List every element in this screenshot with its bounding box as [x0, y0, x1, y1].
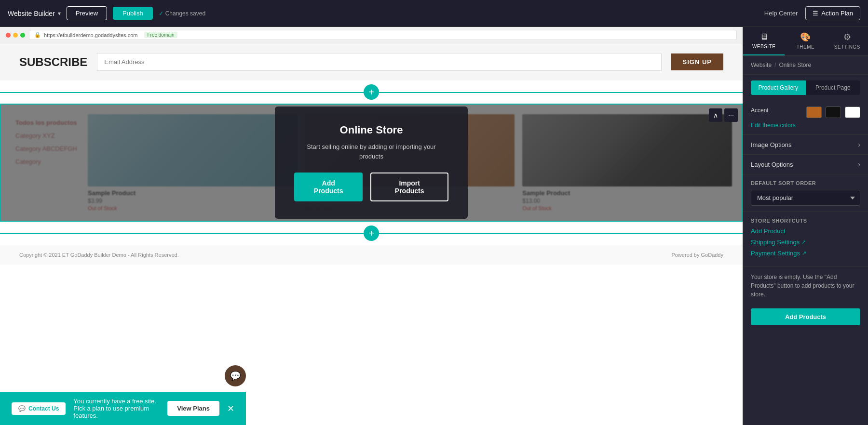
- subscribe-title: SUBSCRIBE: [19, 55, 87, 69]
- browser-chrome: 🔒 https://etbuilderdemo.godaddysites.com…: [0, 27, 743, 43]
- accent-label: Accent: [751, 107, 769, 114]
- dot-yellow: [13, 33, 18, 38]
- add-section-plus-button[interactable]: +: [364, 84, 379, 100]
- add-section-above: +: [0, 80, 743, 104]
- app-title-text: Website Builder: [8, 10, 55, 17]
- subscribe-section: SUBSCRIBE SIGN UP: [0, 43, 743, 80]
- action-plan-button[interactable]: ☰ Action Plan: [805, 6, 860, 20]
- breadcrumb-separator: /: [774, 62, 776, 68]
- payment-external-icon: ↗: [802, 250, 806, 256]
- dot-red: [6, 33, 11, 38]
- contact-us-text: Contact Us: [28, 405, 59, 412]
- shipping-settings-text: Shipping Settings: [751, 239, 800, 246]
- color-swatch-black[interactable]: [826, 106, 841, 118]
- website-icon: 🖥: [760, 32, 769, 42]
- url-text: https://etbuilderdemo.godaddysites.com: [44, 32, 137, 38]
- sort-order-label: DEFAULT SORT ORDER: [751, 180, 860, 186]
- layout-options-chevron: ›: [858, 160, 860, 168]
- add-products-button[interactable]: Add Products: [294, 173, 363, 201]
- add-product-link[interactable]: Add Product: [751, 227, 860, 235]
- dot-green: [20, 33, 25, 38]
- view-plans-button[interactable]: View Plans: [167, 401, 219, 416]
- browser-dots: [6, 33, 25, 38]
- layout-options-row[interactable]: Layout Options ›: [743, 155, 868, 174]
- add-products-panel-button[interactable]: Add Products: [751, 308, 860, 325]
- right-panel-header: 🖥 WEBSITE 🎨 THEME ⚙ SETTINGS: [743, 27, 868, 56]
- main-layout: 🔒 https://etbuilderdemo.godaddysites.com…: [0, 27, 868, 425]
- modal-overlay: Online Store Start selling online by add…: [1, 105, 742, 221]
- breadcrumb-online-store: Online Store: [779, 62, 811, 68]
- breadcrumb: Website / Online Store: [743, 56, 868, 75]
- toggle-product-gallery[interactable]: Product Gallery: [751, 80, 806, 95]
- lock-icon: 🔒: [34, 32, 41, 38]
- help-center-link[interactable]: Help Center: [764, 10, 798, 17]
- contact-us-button[interactable]: 💬 Contact Us: [12, 402, 66, 415]
- page-content: SUBSCRIBE SIGN UP + ∧ ··· Todos los prod: [0, 43, 743, 425]
- shipping-settings-link[interactable]: Shipping Settings ↗: [751, 239, 860, 246]
- tab-settings[interactable]: ⚙ SETTINGS: [827, 27, 868, 55]
- bottom-banner: 💬 Contact Us You currently have a free s…: [0, 392, 246, 425]
- breadcrumb-website[interactable]: Website: [751, 62, 772, 68]
- accent-colors: [806, 106, 860, 118]
- sort-order-select[interactable]: Most popular Newest Price: Low to High P…: [751, 190, 860, 206]
- modal-title: Online Store: [294, 124, 448, 136]
- signup-button[interactable]: SIGN UP: [671, 53, 723, 70]
- edit-theme-link[interactable]: Edit theme colors: [751, 122, 860, 129]
- free-domain-badge: Free domain: [144, 32, 177, 38]
- top-bar: Website Builder ▾ Preview Publish ✓ Chan…: [0, 0, 868, 27]
- email-input[interactable]: [97, 53, 661, 71]
- layout-options-label: Layout Options: [751, 161, 793, 168]
- import-products-button[interactable]: Import Products: [370, 173, 448, 201]
- tab-website[interactable]: 🖥 WEBSITE: [743, 27, 785, 55]
- image-options-row[interactable]: Image Options ›: [743, 135, 868, 155]
- tab-theme-label: THEME: [797, 44, 815, 50]
- shortcuts-label: STORE SHORTCUTS: [751, 218, 860, 224]
- banner-close-button[interactable]: ✕: [227, 403, 234, 414]
- changes-saved: ✓ Changes saved: [159, 10, 205, 17]
- theme-icon: 🎨: [800, 32, 811, 42]
- canvas-area: 🔒 https://etbuilderdemo.godaddysites.com…: [0, 27, 743, 425]
- tab-settings-label: SETTINGS: [834, 44, 860, 50]
- color-swatch-white[interactable]: [845, 106, 860, 118]
- footer-section: Copyright © 2021 ET GoDaddy Builder Demo…: [0, 245, 743, 265]
- add-section-plus-button-bottom[interactable]: +: [364, 226, 379, 241]
- address-bar[interactable]: 🔒 https://etbuilderdemo.godaddysites.com…: [29, 30, 737, 40]
- shipping-external-icon: ↗: [801, 239, 806, 245]
- modal-box: Online Store Start selling online by add…: [275, 106, 468, 219]
- chat-bubble[interactable]: 💬: [225, 365, 246, 386]
- product-gallery-section: ∧ ··· Todos los productos Category XYZ C…: [0, 104, 743, 222]
- image-options-label: Image Options: [751, 141, 792, 148]
- tab-theme[interactable]: 🎨 THEME: [785, 27, 826, 55]
- footer-powered: Powered by GoDaddy: [671, 252, 723, 258]
- chevron-down-icon: ▾: [58, 10, 61, 17]
- accent-section: Accent Edit theme colors: [743, 101, 868, 135]
- action-plan-icon: ☰: [813, 10, 818, 17]
- section-menu-button[interactable]: ···: [724, 108, 738, 122]
- settings-icon: ⚙: [843, 32, 852, 42]
- store-empty-message: Your store is empty. Use the "Add Produc…: [743, 267, 868, 305]
- app-title[interactable]: Website Builder ▾: [8, 10, 61, 17]
- banner-message: You currently have a free site. Pick a p…: [73, 398, 160, 419]
- section-up-button[interactable]: ∧: [709, 108, 722, 122]
- add-product-link-text: Add Product: [751, 227, 786, 235]
- product-view-toggle: Product Gallery Product Page: [751, 80, 860, 95]
- preview-button[interactable]: Preview: [67, 6, 107, 20]
- check-icon: ✓: [159, 10, 163, 17]
- chat-icon: 💬: [18, 405, 26, 412]
- toggle-product-page[interactable]: Product Page: [806, 80, 861, 95]
- changes-saved-text: Changes saved: [165, 10, 205, 17]
- tab-website-label: WEBSITE: [752, 44, 776, 49]
- action-plan-text: Action Plan: [821, 10, 853, 17]
- payment-settings-link[interactable]: Payment Settings ↗: [751, 250, 860, 257]
- payment-settings-text: Payment Settings: [751, 250, 800, 257]
- sort-order-section: DEFAULT SORT ORDER Most popular Newest P…: [743, 174, 868, 212]
- add-section-below: +: [0, 222, 743, 245]
- modal-actions: Add Products Import Products: [294, 173, 448, 201]
- section-controls: ∧ ···: [709, 108, 738, 122]
- color-swatch-brown[interactable]: [806, 106, 822, 118]
- publish-button[interactable]: Publish: [113, 7, 153, 20]
- modal-description: Start selling online by adding or import…: [294, 142, 448, 161]
- top-bar-right: Help Center ☰ Action Plan: [764, 6, 860, 20]
- footer-copyright: Copyright © 2021 ET GoDaddy Builder Demo…: [19, 252, 179, 258]
- right-panel: 🖥 WEBSITE 🎨 THEME ⚙ SETTINGS Website / O…: [743, 27, 868, 425]
